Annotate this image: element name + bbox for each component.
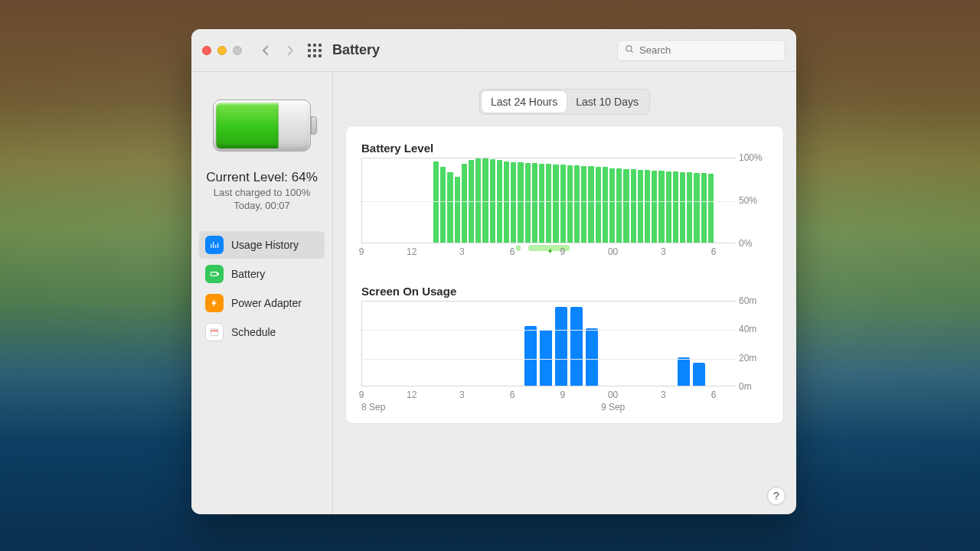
svg-rect-2 [211,272,217,276]
usage-chart-title: Screen On Usage [361,285,771,298]
sidebar: Current Level: 64% Last charged to 100% … [191,72,333,514]
help-button[interactable]: ? [767,487,786,505]
svg-line-1 [631,51,633,53]
svg-rect-3 [217,273,218,275]
battery-chart-title: Battery Level [361,142,771,155]
sidebar-item-power-adapter[interactable]: Power Adapter [199,289,325,317]
nav-buttons [259,44,297,57]
charts-panel: Battery Level 100%50%0% 9123690036 Scre [345,126,784,424]
sidebar-item-label: Schedule [231,326,276,338]
minimize-button[interactable] [217,46,227,55]
usage-chart: 60m40m20m0m 91236900368 Sep9 Sep [361,301,771,408]
back-button[interactable] [259,44,273,57]
zoom-button[interactable] [233,46,242,55]
tab-last-24h[interactable]: Last 24 Hours [482,91,567,112]
current-level-label: Current Level: 64% [199,170,325,185]
titlebar: Battery [191,29,796,72]
svg-rect-4 [211,329,217,336]
window-controls [202,46,242,55]
sidebar-item-battery[interactable]: Battery [199,260,325,288]
sidebar-item-schedule[interactable]: Schedule [199,318,325,346]
battery-chart: 100%50%0% 9123690036 [361,158,771,265]
sidebar-nav: Usage History Battery Power Adapter Sche… [199,231,325,346]
close-button[interactable] [202,46,211,55]
tab-last-10d[interactable]: Last 10 Days [567,91,648,112]
chart-icon [205,236,224,254]
sidebar-item-label: Usage History [231,239,299,251]
forward-button[interactable] [283,44,297,57]
window-body: Current Level: 64% Last charged to 100% … [191,72,796,514]
desktop-wallpaper: Battery Current Level: 64% Last charged … [0,0,980,551]
svg-point-0 [626,45,632,51]
last-charged-label: Last charged to 100% [199,187,325,198]
time-range-segmented: Last 24 Hours Last 10 Days [345,89,784,115]
last-charged-time: Today, 00:07 [199,200,325,211]
search-icon [624,44,639,57]
sidebar-item-usage-history[interactable]: Usage History [199,231,325,259]
sidebar-item-label: Power Adapter [231,297,302,309]
bolt-icon [205,294,224,312]
calendar-icon [205,323,224,341]
sidebar-item-label: Battery [231,268,265,280]
battery-illustration [213,99,311,152]
search-field[interactable] [617,40,786,61]
main-content: Last 24 Hours Last 10 Days Battery Level… [333,72,796,514]
show-all-prefs-button[interactable] [308,44,322,57]
window-title: Battery [332,42,380,58]
system-prefs-window: Battery Current Level: 64% Last charged … [191,29,796,514]
battery-icon [205,265,224,283]
search-input[interactable] [639,44,779,56]
